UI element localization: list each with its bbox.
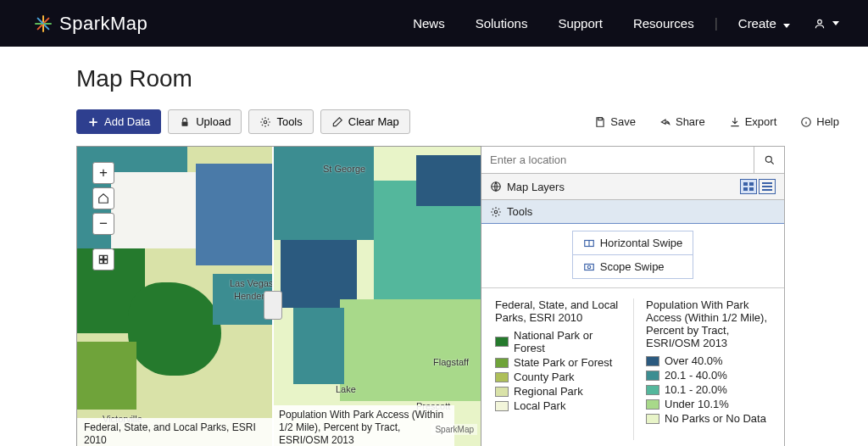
- brand-logo[interactable]: SparkMap: [34, 13, 147, 35]
- legend-divider: [633, 298, 634, 440]
- clear-map-button[interactable]: Clear Map: [320, 109, 410, 134]
- swipe-divider[interactable]: [272, 147, 274, 446]
- legend-left-title: Federal, State, and Local Parks, ESRI 20…: [495, 298, 621, 324]
- legend-swatch: [495, 337, 509, 347]
- legend-item: No Parks or No Data: [646, 412, 772, 425]
- add-data-button[interactable]: Add Data: [76, 109, 161, 134]
- map-layers-header[interactable]: Map Layers: [481, 174, 784, 200]
- swipe-horizontal-icon: [583, 237, 595, 249]
- legend-label: 10.1 - 20.0%: [665, 383, 727, 396]
- share-icon: [659, 116, 671, 128]
- chevron-down-icon: [832, 21, 839, 25]
- svg-rect-13: [743, 187, 748, 191]
- save-icon: [594, 116, 606, 128]
- tools-header-label: Tools: [507, 205, 532, 218]
- map-caption-right: Population With Park Access (Within 1/2 …: [272, 405, 454, 446]
- svg-rect-3: [598, 117, 603, 120]
- search-icon: [764, 154, 776, 166]
- search-button[interactable]: [754, 147, 784, 173]
- chevron-down-icon: [783, 24, 790, 28]
- zoom-in-button[interactable]: +: [92, 162, 114, 184]
- legend-item: National Park or Forest: [495, 329, 621, 354]
- nav-create[interactable]: Create: [723, 16, 805, 31]
- upload-button[interactable]: Upload: [168, 109, 242, 134]
- svg-point-2: [264, 120, 268, 124]
- gear-icon: [490, 206, 502, 218]
- nav-news[interactable]: News: [398, 16, 460, 31]
- svg-rect-14: [749, 187, 754, 191]
- map-label-lake: Lake: [336, 384, 356, 394]
- download-icon: [729, 116, 741, 128]
- nav-support[interactable]: Support: [542, 16, 618, 31]
- svg-rect-1: [182, 121, 188, 125]
- svg-rect-7: [99, 260, 103, 264]
- zoom-out-button[interactable]: −: [92, 213, 114, 235]
- legend-swatch: [495, 387, 509, 397]
- legend-item: State Park or Forest: [495, 356, 621, 369]
- help-label: Help: [816, 115, 839, 128]
- lock-icon: [179, 116, 191, 128]
- legend-item: County Park: [495, 371, 621, 383]
- tools-header[interactable]: Tools: [481, 200, 784, 224]
- swipe-scope-icon: [583, 261, 595, 273]
- share-label: Share: [676, 115, 705, 128]
- clear-map-label: Clear Map: [348, 115, 399, 128]
- top-nav: SparkMap News Solutions Support Resource…: [0, 0, 868, 47]
- map-layers-label: Map Layers: [507, 181, 565, 193]
- map-label-las-vegas: Las Vegas: [230, 278, 273, 288]
- view-list-button[interactable]: [759, 179, 776, 194]
- side-panel: Map Layers Tools Hor: [481, 146, 785, 446]
- legend-label: State Park or Forest: [514, 356, 612, 369]
- globe-icon: [490, 181, 502, 192]
- nav-resources[interactable]: Resources: [618, 16, 709, 31]
- svg-point-21: [587, 265, 591, 269]
- legend-label: No Parks or No Data: [665, 412, 766, 425]
- info-icon: [800, 116, 812, 128]
- legend-right: Population With Park Access (Within 1/2 …: [646, 298, 772, 440]
- upload-label: Upload: [196, 115, 231, 128]
- grid-icon: [97, 254, 109, 265]
- plus-icon: [87, 116, 99, 128]
- location-input[interactable]: [481, 147, 754, 173]
- home-button[interactable]: [92, 187, 114, 209]
- page-title: Map Room: [76, 65, 848, 92]
- legend-label: County Park: [514, 371, 575, 383]
- legend-label: Under 10.1%: [665, 398, 729, 410]
- svg-rect-15: [762, 182, 772, 184]
- list-view-icon: [762, 182, 772, 191]
- legend-item: 20.1 - 40.0%: [646, 369, 772, 382]
- nav-solutions[interactable]: Solutions: [460, 16, 543, 31]
- help-link[interactable]: Help: [792, 115, 848, 128]
- svg-rect-8: [104, 260, 108, 264]
- share-link[interactable]: Share: [651, 115, 714, 128]
- horizontal-swipe-option[interactable]: Horizontal Swipe: [573, 231, 693, 254]
- svg-point-0: [818, 20, 822, 24]
- svg-point-18: [494, 210, 498, 214]
- svg-rect-11: [743, 182, 748, 186]
- user-menu[interactable]: [805, 18, 848, 30]
- legend-item: Over 40.0%: [646, 354, 772, 367]
- add-data-label: Add Data: [104, 115, 150, 128]
- save-link[interactable]: Save: [586, 115, 644, 128]
- basemap-button[interactable]: [92, 248, 114, 270]
- tools-button[interactable]: Tools: [248, 109, 313, 134]
- map-caption-left: Federal, State, and Local Parks, ESRI 20…: [77, 418, 272, 446]
- swipe-handle[interactable]: [264, 291, 282, 320]
- svg-point-9: [765, 156, 771, 162]
- view-card-button[interactable]: [740, 179, 757, 194]
- legend-label: Over 40.0%: [665, 354, 723, 367]
- legend-label: Regional Park: [514, 385, 583, 398]
- legend-left: Federal, State, and Local Parks, ESRI 20…: [495, 298, 621, 440]
- export-link[interactable]: Export: [721, 115, 786, 128]
- swipe-menu: Horizontal Swipe Scope Swipe: [572, 231, 694, 279]
- legend-row: Federal, State, and Local Parks, ESRI 20…: [481, 288, 784, 446]
- scope-swipe-option[interactable]: Scope Swipe: [573, 254, 693, 278]
- map-pane[interactable]: St George Las Vegas Henderson Victorvill…: [76, 146, 481, 446]
- toolbar: Add Data Upload Tools Clear Map Save Sha…: [76, 109, 848, 134]
- svg-rect-6: [104, 255, 108, 259]
- svg-rect-17: [762, 189, 772, 191]
- map-label-st-george: St George: [323, 164, 365, 174]
- svg-rect-5: [99, 255, 103, 259]
- legend-swatch: [495, 401, 509, 411]
- nav-create-label: Create: [738, 16, 776, 31]
